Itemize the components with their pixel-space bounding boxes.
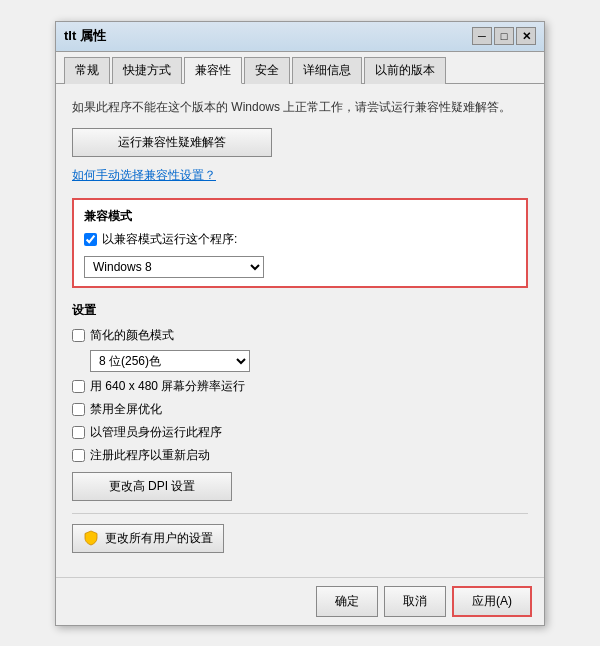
- description-text: 如果此程序不能在这个版本的 Windows 上正常工作，请尝试运行兼容性疑难解答…: [72, 98, 528, 116]
- setting-admin: 以管理员身份运行此程序: [72, 424, 528, 441]
- tabs-bar: 常规 快捷方式 兼容性 安全 详细信息 以前的版本: [56, 52, 544, 84]
- color-mode-label: 简化的颜色模式: [90, 327, 174, 344]
- compat-mode-section: 兼容模式 以兼容模式运行这个程序: Windows 8 Windows 7 Wi…: [72, 198, 528, 288]
- compat-mode-label: 以兼容模式运行这个程序:: [102, 231, 237, 248]
- compat-os-select[interactable]: Windows 8 Windows 7 Windows Vista Window…: [84, 256, 264, 278]
- tab-general[interactable]: 常规: [64, 57, 110, 84]
- color-depth-select[interactable]: 8 位(256)色 16 位色 真彩色: [90, 350, 250, 372]
- resolution-checkbox[interactable]: [72, 380, 85, 393]
- dialog-footer: 确定 取消 应用(A): [56, 577, 544, 625]
- title-bar: tIt 属性 ─ □ ✕: [56, 22, 544, 52]
- settings-section: 设置 简化的颜色模式 8 位(256)色 16 位色 真彩色 用 640 x 4…: [72, 302, 528, 501]
- dialog-window: tIt 属性 ─ □ ✕ 常规 快捷方式 兼容性 安全 详细信息 以前的版本 如…: [55, 21, 545, 626]
- setting-fullscreen: 禁用全屏优化: [72, 401, 528, 418]
- maximize-button[interactable]: □: [494, 27, 514, 45]
- compat-mode-checkbox[interactable]: [84, 233, 97, 246]
- color-mode-checkbox[interactable]: [72, 329, 85, 342]
- register-checkbox[interactable]: [72, 449, 85, 462]
- title-bar-buttons: ─ □ ✕: [472, 27, 536, 45]
- manual-select-link[interactable]: 如何手动选择兼容性设置？: [72, 167, 216, 184]
- color-select-row: 8 位(256)色 16 位色 真彩色: [90, 350, 528, 372]
- admin-label: 以管理员身份运行此程序: [90, 424, 222, 441]
- resolution-label: 用 640 x 480 屏幕分辨率运行: [90, 378, 245, 395]
- admin-checkbox[interactable]: [72, 426, 85, 439]
- close-button[interactable]: ✕: [516, 27, 536, 45]
- dpi-settings-button[interactable]: 更改高 DPI 设置: [72, 472, 232, 501]
- setting-color-mode: 简化的颜色模式: [72, 327, 528, 344]
- title-bar-text: tIt 属性: [64, 27, 472, 45]
- change-all-users-button[interactable]: 更改所有用户的设置: [72, 524, 224, 553]
- change-all-label: 更改所有用户的设置: [105, 530, 213, 547]
- settings-title: 设置: [72, 302, 528, 319]
- minimize-button[interactable]: ─: [472, 27, 492, 45]
- compat-mode-checkbox-row: 以兼容模式运行这个程序:: [84, 231, 516, 248]
- tab-previous-versions[interactable]: 以前的版本: [364, 57, 446, 84]
- setting-resolution: 用 640 x 480 屏幕分辨率运行: [72, 378, 528, 395]
- setting-register: 注册此程序以重新启动: [72, 447, 528, 464]
- ok-button[interactable]: 确定: [316, 586, 378, 617]
- compat-os-select-row: Windows 8 Windows 7 Windows Vista Window…: [84, 256, 516, 278]
- run-compat-button[interactable]: 运行兼容性疑难解答: [72, 128, 272, 157]
- cancel-button[interactable]: 取消: [384, 586, 446, 617]
- tab-security[interactable]: 安全: [244, 57, 290, 84]
- fullscreen-checkbox[interactable]: [72, 403, 85, 416]
- apply-button[interactable]: 应用(A): [452, 586, 532, 617]
- tab-details[interactable]: 详细信息: [292, 57, 362, 84]
- divider: [72, 513, 528, 514]
- register-label: 注册此程序以重新启动: [90, 447, 210, 464]
- shield-icon: [83, 530, 99, 546]
- tab-compatibility[interactable]: 兼容性: [184, 57, 242, 84]
- fullscreen-label: 禁用全屏优化: [90, 401, 162, 418]
- tab-shortcut[interactable]: 快捷方式: [112, 57, 182, 84]
- tab-content: 如果此程序不能在这个版本的 Windows 上正常工作，请尝试运行兼容性疑难解答…: [56, 84, 544, 577]
- compat-mode-title: 兼容模式: [84, 208, 516, 225]
